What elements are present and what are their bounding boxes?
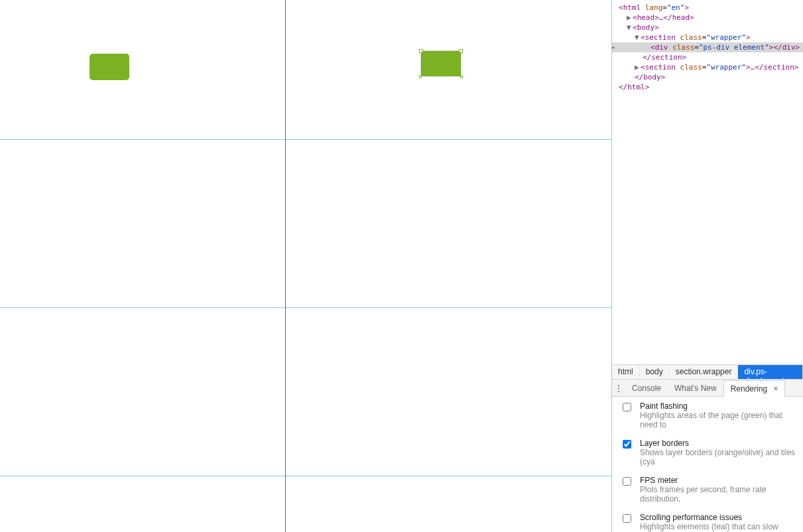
devtools-panel: <html lang="en"> ▶<head>…</head> ▼<body>… <box>611 0 803 532</box>
collapse-icon[interactable]: ▼ <box>635 32 641 42</box>
elements-dom-tree[interactable]: <html lang="en"> ▶<head>…</head> ▼<body>… <box>612 0 803 364</box>
breadcrumb-item[interactable]: html <box>612 365 640 379</box>
tab-rendering[interactable]: Rendering × <box>723 380 786 397</box>
rendering-panel: Paint flashing Highlights areas of the p… <box>612 397 803 532</box>
tile-guide <box>285 0 286 532</box>
tile-guide <box>0 476 611 476</box>
breadcrumb-item[interactable]: section.wrapper <box>670 365 739 379</box>
dom-node[interactable]: ▶<section class="wrapper">…</section> <box>612 62 803 72</box>
dom-node[interactable]: </section> <box>612 52 803 62</box>
tab-whats-new[interactable]: What's New <box>668 380 723 396</box>
more-icon[interactable]: ⋮ <box>612 384 625 393</box>
expand-icon[interactable]: ▶ <box>635 62 641 72</box>
dom-node[interactable]: </html> <box>612 82 803 92</box>
dom-node[interactable]: ▶<head>…</head> <box>612 13 803 23</box>
drawer-tabbar: ⋮ Console What's New Rendering × <box>612 379 803 397</box>
dom-node-selected[interactable]: <div class="ps-div element"></div> = <box>612 42 803 52</box>
dom-node[interactable]: ▼<section class="wrapper"> <box>612 32 803 42</box>
elements-breadcrumb: html body section.wrapper div.ps-div.ele… <box>612 364 803 379</box>
breadcrumb-item[interactable]: body <box>640 365 670 379</box>
expand-icon[interactable]: ▶ <box>627 13 633 23</box>
preview-element-selected[interactable] <box>421 51 461 76</box>
option-fps-meter[interactable]: FPS meter Plots frames per second, frame… <box>612 471 803 508</box>
dom-node[interactable]: ▼<body> <box>612 23 803 32</box>
collapse-icon[interactable]: ▼ <box>627 23 633 32</box>
breadcrumb-item-selected[interactable]: div.ps-div.element <box>738 365 803 379</box>
close-icon[interactable]: × <box>773 384 778 394</box>
option-paint-flashing[interactable]: Paint flashing Highlights areas of the p… <box>612 397 803 434</box>
checkbox[interactable] <box>623 440 631 449</box>
checkbox[interactable] <box>623 477 631 486</box>
tile-guide <box>0 307 611 308</box>
checkbox[interactable] <box>623 403 631 411</box>
option-scrolling-perf[interactable]: Scrolling performance issues Highlights … <box>612 508 803 532</box>
dom-node[interactable]: </body> <box>612 72 803 82</box>
page-preview[interactable] <box>0 0 611 532</box>
option-layer-borders[interactable]: Layer borders Shows layer borders (orang… <box>612 434 803 471</box>
tile-guide <box>0 139 611 140</box>
preview-element[interactable] <box>90 54 129 80</box>
checkbox[interactable] <box>623 514 631 523</box>
dom-node[interactable]: <html lang="en"> <box>612 3 803 13</box>
tab-console[interactable]: Console <box>625 380 668 396</box>
